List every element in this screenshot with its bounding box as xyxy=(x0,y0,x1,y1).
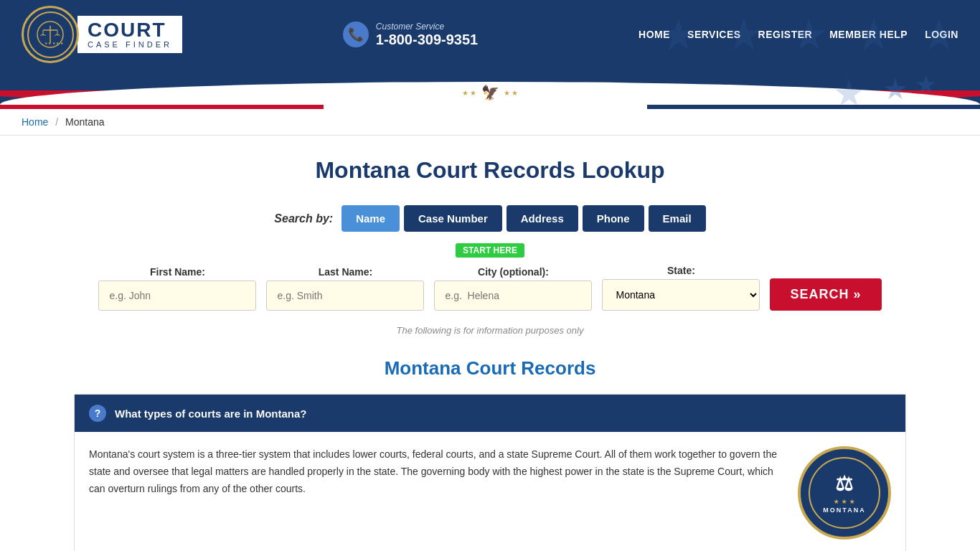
faq-answer-text: Montana's court system is a three-tier s… xyxy=(89,446,783,540)
nav-member-help[interactable]: MEMBER HELP xyxy=(829,29,908,40)
page-title: Montana Court Records Lookup xyxy=(74,157,906,184)
tab-name[interactable]: Name xyxy=(341,205,400,232)
tab-email[interactable]: Email xyxy=(649,205,706,232)
section-title: Montana Court Records xyxy=(74,357,906,380)
main-content: Montana Court Records Lookup Search by: … xyxy=(60,136,920,551)
site-header: ★ ★ ★ ★ ★ ★ ★ ★ ★ ★ COURT CASE FINDER xyxy=(0,0,980,69)
seal-stars: ★ ★ ★ xyxy=(834,499,855,505)
customer-service: 📞 Customer Service 1-800-309-9351 xyxy=(343,22,478,48)
last-name-group: Last Name: xyxy=(266,266,424,311)
nav-home[interactable]: HOME xyxy=(639,29,670,40)
bg-star-1: ★ xyxy=(882,72,908,105)
last-name-label: Last Name: xyxy=(266,266,424,278)
faq-body: Montana's court system is a three-tier s… xyxy=(75,432,905,551)
nav-login[interactable]: LOGIN xyxy=(925,29,958,40)
breadcrumb-home[interactable]: Home xyxy=(22,116,48,128)
city-group: City (optional): xyxy=(434,266,592,311)
nav-services[interactable]: SERVICES xyxy=(687,29,741,40)
cs-info: Customer Service 1-800-309-9351 xyxy=(376,22,478,48)
first-name-label: First Name: xyxy=(98,266,256,278)
svg-text:★ ★ ★ ★ ★: ★ ★ ★ ★ ★ xyxy=(44,41,64,45)
montana-seal: ⚖ ★ ★ ★ MONTANA xyxy=(798,446,891,540)
seal-circle: ⚖ ★ ★ ★ MONTANA xyxy=(798,446,891,540)
breadcrumb-separator: / xyxy=(55,116,58,128)
tab-address[interactable]: Address xyxy=(507,205,578,232)
state-label: State: xyxy=(602,265,760,276)
phone-icon: 📞 xyxy=(343,22,369,47)
first-name-group: First Name: xyxy=(98,266,256,311)
search-form-container: START HERE First Name: Last Name: City (… xyxy=(74,243,906,311)
city-input[interactable] xyxy=(434,281,592,311)
search-button-group: SEARCH » xyxy=(770,278,881,311)
state-group: State: Montana Alabama Alaska Arizona Ar… xyxy=(602,265,760,311)
search-by-label: Search by: xyxy=(274,212,333,225)
scales-icon: ★ ★ ★ ★ ★ xyxy=(36,20,65,49)
eagle-emblem: ★ ★ 🦅 ★ ★ xyxy=(462,84,519,101)
start-here-badge: START HERE xyxy=(74,243,906,265)
seal-scales-icon: ⚖ xyxy=(835,472,854,496)
logo-badge: ★ ★ ★ ★ ★ xyxy=(22,6,79,63)
faq-question-icon: ? xyxy=(89,405,106,422)
breadcrumb-current: Montana xyxy=(65,116,104,128)
tab-case-number[interactable]: Case Number xyxy=(404,205,502,232)
hero-banner: ★ ★ 🦅 ★ ★ ★ ★ ★ xyxy=(0,69,980,105)
city-label: City (optional): xyxy=(434,266,592,278)
eagle-stars: ★ ★ 🦅 ★ ★ xyxy=(462,84,519,101)
seal-inner: ⚖ ★ ★ ★ MONTANA xyxy=(809,457,880,529)
logo-court-text: COURT xyxy=(88,20,172,40)
logo-text-area: COURT CASE FINDER xyxy=(77,16,182,53)
faq-header[interactable]: ? What types of courts are in Montana? xyxy=(75,395,905,432)
bg-star-2: ★ xyxy=(833,72,865,114)
faq-header-text: What types of courts are in Montana? xyxy=(115,408,307,420)
disclaimer: The following is for information purpose… xyxy=(74,325,906,336)
first-name-input[interactable] xyxy=(98,281,256,311)
logo-area: ★ ★ ★ ★ ★ COURT CASE FINDER xyxy=(22,6,182,63)
search-form-row: First Name: Last Name: City (optional): … xyxy=(74,265,906,311)
last-name-input[interactable] xyxy=(266,281,424,311)
logo-case-finder-text: CASE FINDER xyxy=(88,40,172,49)
cs-phone: 1-800-309-9351 xyxy=(376,32,478,48)
faq-item: ? What types of courts are in Montana? M… xyxy=(74,394,906,551)
search-section: Search by: Name Case Number Address Phon… xyxy=(74,205,906,336)
cs-label: Customer Service xyxy=(376,22,478,32)
bg-star-3: ★ xyxy=(915,70,937,99)
seal-state-text: MONTANA xyxy=(823,507,865,514)
main-nav: HOME SERVICES REGISTER MEMBER HELP LOGIN xyxy=(639,29,958,40)
search-button[interactable]: SEARCH » xyxy=(770,278,881,311)
nav-register[interactable]: REGISTER xyxy=(758,29,813,40)
search-by-row: Search by: Name Case Number Address Phon… xyxy=(74,205,906,232)
tab-phone[interactable]: Phone xyxy=(583,205,644,232)
state-select[interactable]: Montana Alabama Alaska Arizona Arkansas … xyxy=(602,279,760,311)
logo-badge-inner: ★ ★ ★ ★ ★ xyxy=(27,11,74,58)
